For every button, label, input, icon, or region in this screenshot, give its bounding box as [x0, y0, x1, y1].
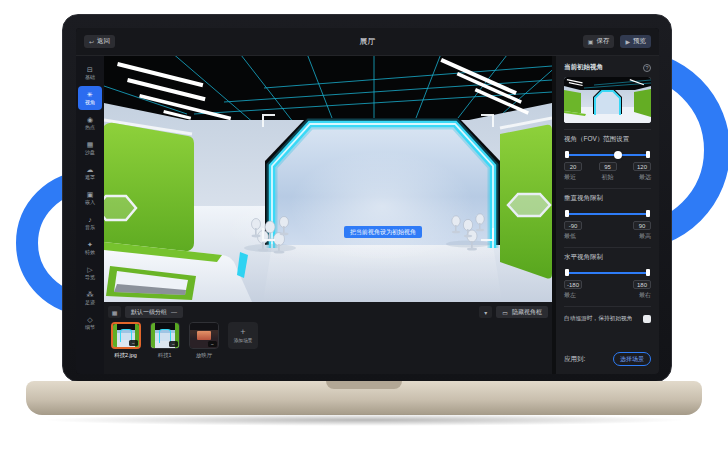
- scene-thumb-2[interactable]: − 科技1: [150, 322, 180, 360]
- vertical-limit-title: 垂直视角限制: [564, 194, 651, 203]
- sidebar-item-tour[interactable]: ▷ 导览: [78, 261, 102, 285]
- sidebar-item-view[interactable]: ✳ 视角: [78, 86, 102, 110]
- scene-viewport[interactable]: 把当前视角设为初始视角: [104, 56, 552, 302]
- sidebar-item-footprints[interactable]: ⁂ 足迹: [78, 286, 102, 310]
- back-label: 返回: [97, 37, 110, 46]
- sidebar-item-hotspot[interactable]: ◉ 热点: [78, 111, 102, 135]
- fov-section-title: 视角（FOV）范围设置: [564, 135, 651, 144]
- app-window: ↩ 返回 展厅 ▣ 保存 ▶ 预览 ⊟ 基础 ✳ 视角: [76, 28, 659, 374]
- group-tab[interactable]: 默认一级分组 —: [125, 306, 183, 318]
- view-settings-panel: 当前初始视角 ?: [556, 56, 659, 374]
- horizontal-min-value[interactable]: -180: [564, 280, 582, 289]
- preview-label: 预览: [633, 37, 646, 46]
- group-grid-button[interactable]: ▦: [108, 306, 121, 318]
- panel-title: 当前初始视角: [564, 63, 603, 72]
- help-icon[interactable]: ?: [643, 64, 651, 72]
- scene-badge: −: [129, 340, 138, 346]
- fov-initial-handle[interactable]: [614, 151, 622, 159]
- save-label: 保存: [596, 37, 609, 46]
- apply-to-label: 应用到:: [564, 355, 585, 364]
- detail-icon: ◇: [87, 316, 92, 324]
- scene-strip-panel: ▦ 默认一级分组 — ▾ ▭ 隐藏视角框 −: [104, 302, 552, 374]
- fov-min-handle[interactable]: [565, 151, 569, 158]
- sidebar-item-details[interactable]: ◇ 细节: [78, 311, 102, 335]
- vertical-max-handle[interactable]: [646, 210, 650, 217]
- top-bar: ↩ 返回 展厅 ▣ 保存 ▶ 预览: [76, 28, 659, 56]
- laptop-base-notch: [326, 381, 402, 389]
- add-scene-button[interactable]: + 添加场景: [228, 322, 258, 349]
- sparkle-icon: ✦: [87, 241, 93, 249]
- vertical-min-handle[interactable]: [565, 210, 569, 217]
- fov-max-value[interactable]: 120: [633, 162, 651, 171]
- vertical-min-value[interactable]: -90: [564, 221, 582, 230]
- sidebar-item-effects[interactable]: ✦ 特效: [78, 236, 102, 260]
- fov-range-slider[interactable]: [565, 150, 650, 159]
- page: ↩ 返回 展厅 ▣ 保存 ▶ 预览 ⊟ 基础 ✳ 视角: [0, 0, 728, 460]
- sidebar-item-mask[interactable]: ☁ 遮罩: [78, 161, 102, 185]
- fov-initial-value[interactable]: 95: [599, 162, 617, 171]
- hotspot-icon: ◉: [87, 116, 93, 124]
- sidebar-item-embed[interactable]: ▣ 嵌入: [78, 186, 102, 210]
- scene-thumb-3[interactable]: − 放映厅: [189, 322, 219, 360]
- cloud-icon: ☁: [87, 166, 94, 174]
- sidebar-item-sandbox[interactable]: ▦ 沙盘: [78, 136, 102, 160]
- back-button[interactable]: ↩ 返回: [84, 35, 115, 48]
- collapse-dash-icon: —: [171, 309, 177, 315]
- page-title: 展厅: [360, 36, 376, 47]
- scene-thumb-1[interactable]: − 科技2.jpg: [111, 322, 141, 360]
- plus-icon: +: [240, 328, 245, 337]
- laptop-shadow: [40, 414, 688, 426]
- horizontal-max-handle[interactable]: [646, 269, 650, 276]
- view-angle-icon: ✳: [87, 91, 93, 99]
- vertical-limit-slider[interactable]: [565, 209, 650, 218]
- add-scene[interactable]: + 添加场景: [228, 322, 258, 360]
- hide-view-frame-button[interactable]: ▭ 隐藏视角框: [496, 306, 548, 318]
- scene-render: [104, 56, 552, 302]
- select-scene-button[interactable]: 选择场景: [613, 352, 651, 366]
- set-initial-view-button[interactable]: 把当前视角设为初始视角: [344, 226, 422, 238]
- horizontal-limit-slider[interactable]: [565, 268, 650, 277]
- tour-icon: ▷: [87, 266, 92, 274]
- scene-badge: −: [169, 341, 178, 347]
- initial-view-preview: [564, 77, 651, 123]
- sidebar-item-music[interactable]: ♪ 音乐: [78, 211, 102, 235]
- auto-tour-checkbox[interactable]: [643, 315, 651, 323]
- horizontal-limit-title: 水平视角限制: [564, 253, 651, 262]
- play-icon: ▶: [625, 38, 630, 45]
- preview-button[interactable]: ▶ 预览: [620, 35, 651, 48]
- music-note-icon: ♪: [88, 216, 92, 224]
- fov-min-value[interactable]: 20: [564, 162, 582, 171]
- save-button[interactable]: ▣ 保存: [583, 35, 615, 48]
- embed-icon: ▣: [87, 191, 94, 199]
- footprints-icon: ⁂: [87, 291, 94, 299]
- auto-tour-label: 自动巡游时，保持初始视角: [564, 314, 632, 323]
- scene-badge: −: [208, 341, 217, 347]
- horizontal-max-value[interactable]: 180: [633, 280, 651, 289]
- sandbox-icon: ▦: [87, 141, 94, 149]
- fov-max-handle[interactable]: [646, 151, 650, 158]
- vertical-max-value[interactable]: 90: [633, 221, 651, 230]
- frame-icon: ▭: [502, 309, 508, 316]
- sidebar-item-basic[interactable]: ⊟ 基础: [78, 61, 102, 85]
- horizontal-min-handle[interactable]: [565, 269, 569, 276]
- panel-toggle-button[interactable]: ▾: [479, 306, 492, 318]
- tool-sidebar: ⊟ 基础 ✳ 视角 ◉ 热点 ▦ 沙盘 ☁ 遮罩 ▣ 嵌入 ♪ 音乐 ✦: [76, 56, 104, 374]
- back-arrow-icon: ↩: [89, 38, 94, 45]
- chevron-down-icon: ▾: [484, 309, 487, 316]
- layers-icon: ⊟: [87, 66, 93, 74]
- save-icon: ▣: [588, 38, 594, 45]
- grid-icon: ▦: [112, 309, 118, 316]
